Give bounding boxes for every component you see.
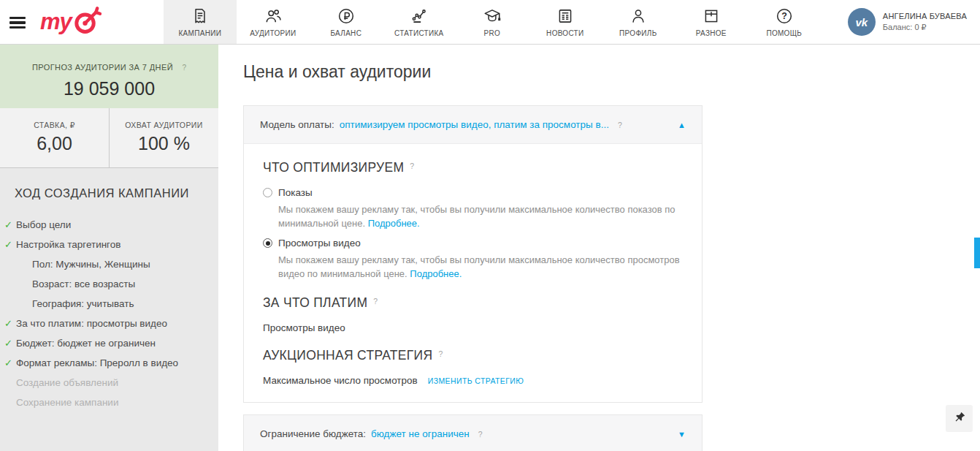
page-title: Цена и охват аудитории — [243, 62, 431, 82]
misc-icon — [702, 7, 721, 26]
progress-step-targeting[interactable]: ✓ Настройка таргетингов — [4, 235, 211, 254]
payfor-value: Просмотры видео — [263, 322, 683, 333]
logo-text: my — [40, 9, 72, 35]
nav-item-pro[interactable]: PRO — [456, 0, 529, 44]
payment-model-header[interactable]: Модель оплаты: оптимизируем просмотры ви… — [244, 106, 702, 143]
svg-text:?: ? — [781, 11, 787, 21]
auction-strategy-value: Максимальное число просмотров — [263, 375, 418, 386]
payment-model-help-icon[interactable]: ? — [618, 121, 622, 129]
campaigns-icon — [191, 7, 210, 26]
nav-label: АУДИТОРИИ — [250, 29, 296, 37]
nav-item-audiences[interactable]: АУДИТОРИИ — [237, 0, 310, 44]
budget-limit-header[interactable]: Ограничение бюджета: бюджет не ограничен… — [244, 415, 702, 451]
top-navigation-bar: my КАМПАНИИ — [0, 0, 980, 45]
radio-icon[interactable] — [263, 188, 272, 197]
progress-step-format[interactable]: ✓ Формат рекламы: Преролл в видео — [4, 353, 211, 373]
nav-label: РАЗНОЕ — [696, 29, 727, 37]
collapse-arrow-icon[interactable]: ▲ — [678, 121, 686, 129]
auction-help-icon[interactable]: ? — [438, 349, 443, 358]
forecast-label: ПРОГНОЗ АУДИТОРИИ ЗА 7 ДНЕЙ — [32, 63, 173, 72]
impressions-description: Мы покажем вашу рекламу так, чтобы вы по… — [278, 202, 683, 230]
nav-label: НОВОСТИ — [546, 29, 583, 37]
nav-item-statistics[interactable]: СТАТИСТИКА — [383, 0, 456, 44]
nav-label: КАМПАНИИ — [178, 29, 221, 37]
nav-label: PRO — [484, 29, 501, 37]
news-icon — [556, 7, 575, 26]
progress-title: ХОД СОЗДАНИЯ КАМПАНИИ — [15, 186, 211, 200]
progress-step-ads: Создание объявлений — [4, 373, 211, 393]
rate-reach-stats: СТАВКА, ₽ 6,00 ОХВАТ АУДИТОРИИ 100 % — [0, 108, 218, 168]
campaign-progress-panel: ХОД СОЗДАНИЯ КАМПАНИИ ✓ Выбор цели ✓ Нас… — [0, 168, 218, 412]
payfor-help-icon[interactable]: ? — [373, 297, 378, 306]
nav-item-balance[interactable]: БАЛАНС — [310, 0, 383, 44]
nav-label: ПОМОЩЬ — [766, 29, 802, 37]
more-link[interactable]: Подробнее. — [368, 218, 420, 229]
nav-item-news[interactable]: НОВОСТИ — [529, 0, 602, 44]
radio-option-impressions[interactable]: Показы — [263, 187, 683, 198]
reach-value: 100 % — [110, 133, 218, 154]
nav-label: БАЛАНС — [330, 29, 361, 37]
audiences-icon — [264, 7, 283, 26]
more-link[interactable]: Подробнее. — [410, 268, 462, 279]
pin-button[interactable] — [946, 405, 973, 432]
progress-step-budget[interactable]: ✓ Бюджет: бюджет не ограничен — [4, 333, 211, 353]
pin-icon — [953, 411, 966, 427]
progress-sub-gender: Пол: Мужчины, Женщины — [4, 254, 211, 274]
rate-stat: СТАВКА, ₽ 6,00 — [0, 108, 109, 167]
reach-label: ОХВАТ АУДИТОРИИ — [110, 121, 218, 129]
main-content: Цена и охват аудитории Модель оплаты: оп… — [218, 45, 980, 451]
payment-model-card: Модель оплаты: оптимизируем просмотры ви… — [243, 105, 703, 403]
progress-list: ✓ Выбор цели ✓ Настройка таргетингов Пол… — [4, 215, 211, 412]
optimize-section-title: ЧТО ОПТИМИЗИРУЕМ? — [263, 160, 683, 175]
video-views-description: Мы покажем вашу рекламу так, чтобы вы по… — [278, 253, 683, 281]
scrollbar-thumb[interactable] — [974, 238, 980, 268]
payment-model-body: ЧТО ОПТИМИЗИРУЕМ? Показы Мы покажем вашу… — [244, 143, 702, 402]
mytarget-logo[interactable]: my — [40, 0, 102, 44]
auction-section-title: АУКЦИОННАЯ СТРАТЕГИЯ? — [263, 348, 683, 363]
user-account-block[interactable]: vk АНГЕЛИНА БУВАЕВА Баланс: 0 ₽ — [848, 0, 967, 44]
check-icon: ✓ — [4, 215, 12, 235]
pro-icon — [483, 7, 502, 26]
progress-sub-age: Возраст: все возрасты — [4, 274, 211, 294]
nav-label: ПРОФИЛЬ — [619, 29, 656, 37]
check-icon: ✓ — [4, 235, 12, 254]
change-strategy-link[interactable]: ИЗМЕНИТЬ СТРАТЕГИЮ — [428, 376, 524, 385]
forecast-value: 19 059 000 — [0, 78, 218, 99]
payfor-section-title: ЗА ЧТО ПЛАТИМ? — [263, 295, 683, 311]
rate-value: 6,00 — [0, 133, 109, 154]
radio-selected-icon[interactable] — [263, 238, 272, 248]
audience-forecast-panel: ПРОГНОЗ АУДИТОРИИ ЗА 7 ДНЕЙ ? 19 059 000 — [0, 45, 218, 108]
forecast-help-icon[interactable]: ? — [182, 64, 186, 72]
statistics-icon — [410, 7, 429, 26]
help-icon: ? — [775, 7, 794, 26]
progress-step-save: Сохранение кампании — [4, 393, 211, 412]
expand-arrow-icon[interactable]: ▼ — [678, 430, 686, 439]
user-name: АНГЕЛИНА БУВАЕВА — [883, 12, 967, 20]
target-icon — [72, 5, 102, 39]
progress-sub-geo: География: учитывать — [4, 294, 211, 314]
optimize-help-icon[interactable]: ? — [410, 162, 414, 170]
balance-icon — [337, 7, 356, 26]
main-nav: КАМПАНИИ АУДИТОРИИ — [164, 0, 821, 44]
nav-item-help[interactable]: ? ПОМОЩЬ — [748, 0, 821, 44]
payment-model-value-link[interactable]: оптимизируем просмотры видео, платим за … — [340, 119, 609, 130]
hamburger-menu-icon[interactable] — [9, 17, 26, 29]
user-balance: Баланс: 0 ₽ — [883, 23, 967, 32]
vk-avatar-icon: vk — [848, 8, 876, 36]
check-icon: ✓ — [4, 333, 12, 353]
profile-icon — [629, 7, 648, 26]
nav-item-profile[interactable]: ПРОФИЛЬ — [602, 0, 675, 44]
progress-step-goal[interactable]: ✓ Выбор цели — [4, 215, 211, 235]
budget-limit-value-link[interactable]: бюджет не ограничен — [371, 428, 470, 439]
mytarget-app: my КАМПАНИИ — [0, 0, 980, 451]
radio-option-video-views[interactable]: Просмотры видео — [263, 238, 683, 249]
budget-help-icon[interactable]: ? — [478, 430, 483, 439]
reach-stat: ОХВАТ АУДИТОРИИ 100 % — [109, 108, 218, 167]
progress-step-payfor[interactable]: ✓ За что платим: просмотры видео — [4, 314, 211, 333]
nav-item-campaigns[interactable]: КАМПАНИИ — [164, 0, 237, 44]
check-icon: ✓ — [4, 314, 12, 333]
campaign-sidebar: ПРОГНОЗ АУДИТОРИИ ЗА 7 ДНЕЙ ? 19 059 000… — [0, 45, 218, 451]
rate-label: СТАВКА, ₽ — [0, 121, 109, 129]
nav-label: СТАТИСТИКА — [394, 29, 444, 37]
nav-item-misc[interactable]: РАЗНОЕ — [675, 0, 748, 44]
